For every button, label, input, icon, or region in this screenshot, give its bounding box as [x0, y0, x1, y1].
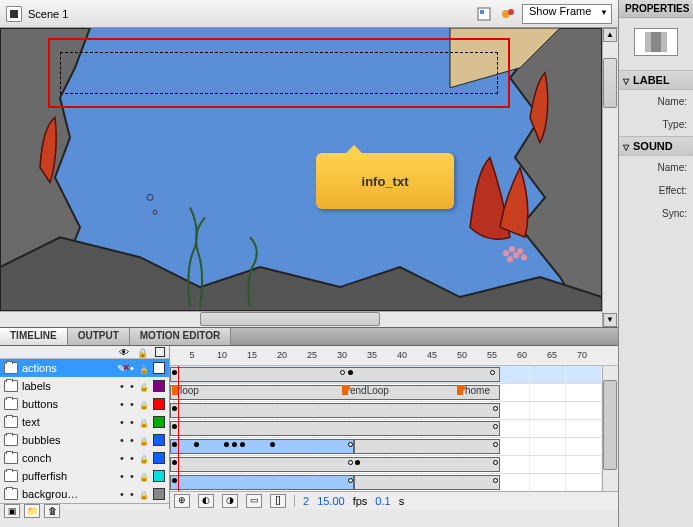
tab-timeline[interactable]: TIMELINE	[0, 328, 68, 345]
lock-indicator-icon[interactable]	[139, 488, 149, 500]
visibility-dot[interactable]: •	[119, 488, 125, 500]
center-frame-icon[interactable]: ⊕	[174, 494, 190, 508]
layer-row[interactable]: text••	[0, 413, 169, 431]
frame-label: endLoop	[350, 385, 389, 396]
outline-color-swatch[interactable]	[153, 362, 165, 374]
stage-horizontal-scrollbar[interactable]	[0, 311, 602, 327]
outline-color-swatch[interactable]	[153, 380, 165, 392]
edit-dot[interactable]: •	[129, 452, 135, 464]
layer-row[interactable]: conch••	[0, 449, 169, 467]
layer-row[interactable]: labels••	[0, 377, 169, 395]
lock-indicator-icon[interactable]	[139, 470, 149, 482]
stage-view-dropdown[interactable]: Show Frame	[522, 4, 612, 24]
scroll-up-arrow[interactable]: ▲	[603, 28, 617, 42]
lock-indicator-icon[interactable]	[139, 416, 149, 428]
sound-section-header[interactable]: SOUND	[619, 136, 693, 156]
layer-icon	[4, 452, 18, 464]
visibility-dot[interactable]: •	[119, 380, 125, 392]
timeline-status-bar: ⊕ ◐ ◑ ▭ [] 2 15.00 fps 0.1 s	[170, 491, 618, 509]
outline-color-swatch[interactable]	[153, 434, 165, 446]
playhead[interactable]	[178, 366, 179, 491]
edit-dot[interactable]: •	[129, 398, 135, 410]
scrollbar-thumb[interactable]	[200, 312, 380, 326]
layer-name-label: pufferfish	[22, 470, 115, 482]
tab-motion-editor[interactable]: MOTION EDITOR	[130, 328, 231, 345]
scroll-down-arrow[interactable]: ▼	[603, 313, 617, 327]
edit-dot[interactable]: •	[129, 470, 135, 482]
edit-dot[interactable]: •	[129, 434, 135, 446]
pencil-locked-icon	[117, 362, 125, 374]
frame-row-bubbles[interactable]	[170, 438, 618, 456]
lock-indicator-icon[interactable]	[139, 452, 149, 464]
scrollbar-thumb[interactable]	[603, 58, 617, 108]
layer-icon	[4, 398, 18, 410]
layer-name-label: text	[22, 416, 115, 428]
sound-sync-field[interactable]: Sync:	[619, 202, 693, 225]
outline-color-swatch[interactable]	[153, 488, 165, 500]
frame-row-pufferfish[interactable]	[170, 474, 618, 491]
textfield-selection-box[interactable]	[48, 38, 510, 108]
frame-ruler[interactable]: 510152025303540455055606570	[170, 346, 618, 366]
lock-column-icon[interactable]	[137, 346, 149, 358]
frames-vertical-scrollbar[interactable]	[602, 366, 618, 491]
tab-output[interactable]: OUTPUT	[68, 328, 130, 345]
edit-scene-icon[interactable]	[474, 4, 494, 24]
frame-row-conch[interactable]	[170, 456, 618, 474]
sound-effect-field[interactable]: Effect:	[619, 179, 693, 202]
edit-multiple-frames-icon[interactable]: ▭	[246, 494, 262, 508]
edit-dot[interactable]: •	[129, 488, 135, 500]
layer-row[interactable]: buttons••	[0, 395, 169, 413]
visibility-dot[interactable]: •	[119, 452, 125, 464]
ruler-tick: 35	[367, 350, 377, 360]
onion-skin-outlines-icon[interactable]: ◑	[222, 494, 238, 508]
label-type-field[interactable]: Type:	[619, 113, 693, 136]
lock-indicator-icon[interactable]	[139, 398, 149, 410]
fps-label: fps	[353, 495, 368, 507]
onion-skin-icon[interactable]: ◐	[198, 494, 214, 508]
layer-row[interactable]: bubbles••	[0, 431, 169, 449]
layer-row[interactable]: backgrou…••	[0, 485, 169, 503]
outline-column-icon[interactable]	[155, 347, 165, 357]
layer-icon	[4, 434, 18, 446]
frame-row-labels[interactable]: loop endLoop home	[170, 384, 618, 402]
frame-row-buttons[interactable]	[170, 402, 618, 420]
frame-row-actions[interactable]	[170, 366, 618, 384]
visibility-dot[interactable]: •	[119, 470, 125, 482]
edit-dot[interactable]: •	[129, 362, 135, 374]
lock-indicator-icon[interactable]	[139, 362, 149, 374]
visibility-dot[interactable]: •	[119, 416, 125, 428]
visibility-dot[interactable]: •	[119, 434, 125, 446]
stage-vertical-scrollbar[interactable]: ▲ ▼	[602, 28, 618, 327]
elapsed-time-value: 0.1	[375, 495, 390, 507]
layer-icon	[4, 488, 18, 500]
edit-dot[interactable]: •	[129, 416, 135, 428]
ruler-tick: 10	[217, 350, 227, 360]
layer-row[interactable]: actions•	[0, 359, 169, 377]
outline-color-swatch[interactable]	[153, 470, 165, 482]
label-name-field[interactable]: Name:	[619, 90, 693, 113]
frames-grid[interactable]: loop endLoop home	[170, 366, 618, 491]
layer-icon	[4, 362, 18, 374]
visibility-column-icon[interactable]	[119, 346, 131, 358]
sound-name-field[interactable]: Name:	[619, 156, 693, 179]
outline-color-swatch[interactable]	[153, 452, 165, 464]
lock-indicator-icon[interactable]	[139, 434, 149, 446]
frame-row-text[interactable]	[170, 420, 618, 438]
lock-indicator-icon[interactable]	[139, 380, 149, 392]
visibility-dot[interactable]: •	[119, 398, 125, 410]
layer-icon	[4, 470, 18, 482]
layer-row[interactable]: pufferfish••	[0, 467, 169, 485]
label-section-header[interactable]: LABEL	[619, 70, 693, 90]
stage-canvas[interactable]: info_txt	[0, 28, 602, 311]
frame-type-icon	[634, 28, 678, 56]
delete-layer-button[interactable]: 🗑	[44, 504, 60, 518]
outline-color-swatch[interactable]	[153, 416, 165, 428]
modify-markers-icon[interactable]: []	[270, 494, 286, 508]
new-folder-button[interactable]: 📁	[24, 504, 40, 518]
edit-symbols-icon[interactable]	[498, 4, 518, 24]
scrollbar-thumb[interactable]	[603, 380, 617, 470]
svg-point-5	[503, 250, 509, 256]
new-layer-button[interactable]: ▣	[4, 504, 20, 518]
outline-color-swatch[interactable]	[153, 398, 165, 410]
edit-dot[interactable]: •	[129, 380, 135, 392]
